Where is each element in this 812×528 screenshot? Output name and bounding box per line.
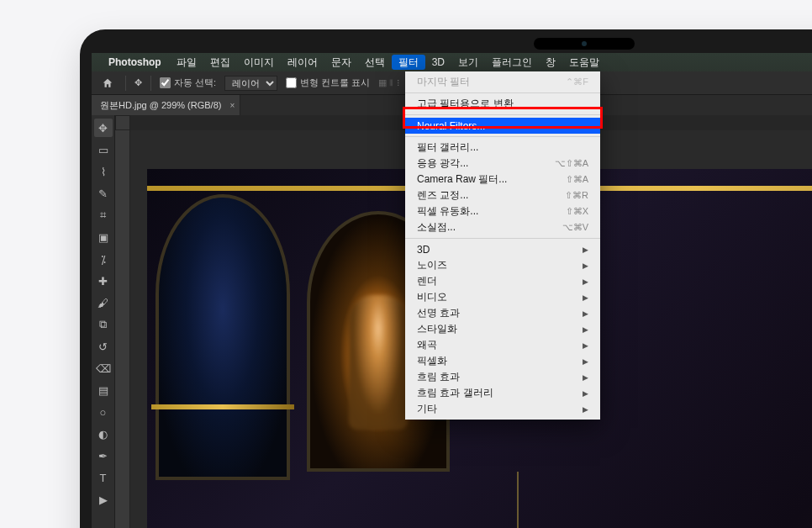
app-name[interactable]: Photoshop [108, 56, 161, 68]
menu-item[interactable]: 기타▶ [405, 401, 600, 417]
history-brush-tool[interactable]: ↺ [94, 337, 113, 356]
menu-item[interactable]: 필터 갤러리... [405, 140, 600, 156]
submenu-arrow-icon: ▶ [583, 277, 588, 286]
document-tab-title: 원본HD.jpg @ 299% (RGB/8) [100, 99, 221, 112]
menu-item[interactable]: 소실점...⌥⌘V [405, 219, 600, 235]
pen-tool[interactable]: ✒ [94, 446, 113, 465]
menu-item-label: 왜곡 [417, 338, 437, 352]
type-tool[interactable]: T [94, 468, 113, 487]
menu-item[interactable]: 렌더▶ [405, 273, 600, 289]
menu-보기[interactable]: 보기 [451, 55, 485, 70]
menu-item-label: 픽셀화 [417, 354, 447, 368]
auto-select-checkbox[interactable]: 자동 선택: [160, 77, 216, 89]
lasso-tool[interactable]: ⌇ [94, 162, 113, 181]
heal-tool[interactable]: ✚ [94, 272, 113, 290]
menu-item-label: 고급 필터용으로 변환 [417, 97, 514, 111]
menu-item[interactable]: 흐림 효과▶ [405, 369, 600, 385]
menu-편집[interactable]: 편집 [203, 55, 237, 70]
menu-item[interactable]: 응용 광각...⌥⇧⌘A [405, 156, 600, 172]
menu-separator [405, 136, 600, 137]
laptop-frame: Photoshop 파일편집이미지레이어문자선택필터3D보기플러그인창도움말 ⌘… [80, 29, 812, 528]
frame-tool[interactable]: ▣ [94, 228, 113, 246]
menu-필터[interactable]: 필터 [392, 55, 425, 70]
submenu-arrow-icon: ▶ [583, 293, 588, 302]
ruler-vertical[interactable] [115, 130, 130, 528]
menu-item-label: 필터 갤러리... [417, 140, 478, 155]
menu-item-label: 흐림 효과 [417, 370, 460, 384]
submenu-arrow-icon: ▶ [583, 373, 588, 382]
close-icon[interactable]: × [230, 101, 235, 110]
path-select-tool[interactable]: ▶ [94, 490, 113, 509]
submenu-arrow-icon: ▶ [583, 389, 588, 398]
menu-item-label: 마지막 필터 [417, 75, 470, 89]
menu-item[interactable]: Camera Raw 필터...⇧⌘A [405, 172, 600, 187]
menu-item-label: 기타 [417, 402, 437, 416]
menu-item-label: 노이즈 [417, 258, 447, 272]
menu-item[interactable]: 렌즈 교정...⇧⌘R [405, 187, 600, 203]
crop-tool[interactable]: ⌗ [94, 206, 113, 224]
menu-3D[interactable]: 3D [425, 55, 451, 70]
menu-item[interactable]: Neural Filters... [405, 118, 600, 134]
menu-item-shortcut: ⌃⌘F [566, 77, 588, 87]
menu-separator [405, 92, 600, 93]
menu-item-label: 렌더 [417, 274, 437, 288]
menubar: Photoshop 파일편집이미지레이어문자선택필터3D보기플러그인창도움말 ⌘… [92, 53, 812, 71]
menu-item-label: 흐림 효과 갤러리 [417, 386, 493, 400]
menu-item[interactable]: 비디오▶ [405, 289, 600, 305]
menu-item-label: 스타일화 [417, 322, 457, 336]
eraser-tool[interactable]: ⌫ [94, 359, 113, 378]
menu-item[interactable]: 흐림 효과 갤러리▶ [405, 385, 600, 401]
screen: Photoshop 파일편집이미지레이어문자선택필터3D보기플러그인창도움말 ⌘… [92, 53, 812, 528]
brush-tool[interactable]: 🖌 [94, 293, 113, 312]
transform-controls-checkbox[interactable]: 변형 컨트롤 표시 [286, 77, 370, 89]
submenu-arrow-icon: ▶ [583, 325, 588, 334]
menu-선택[interactable]: 선택 [358, 55, 392, 70]
menu-item[interactable]: 스타일화▶ [405, 321, 600, 337]
ruler-corner [115, 115, 130, 130]
laptop-notch [534, 38, 635, 50]
menu-item-label: 렌즈 교정... [417, 188, 468, 203]
align-icons-disabled: ▦ ⫴ ⫶ [378, 77, 401, 88]
document-tab[interactable]: 원본HD.jpg @ 299% (RGB/8) × [92, 95, 240, 115]
menu-item[interactable]: 3D▶ [405, 241, 600, 257]
quick-select-tool[interactable]: ✎ [94, 184, 113, 203]
filter-menu-dropdown: 마지막 필터⌃⌘F고급 필터용으로 변환Neural Filters...필터 … [405, 71, 600, 420]
separator [125, 76, 126, 91]
dodge-tool[interactable]: ◐ [94, 425, 113, 443]
submenu-arrow-icon: ▶ [583, 405, 588, 414]
menu-separator [405, 114, 600, 115]
menu-item-label: 소실점... [417, 220, 456, 235]
menu-item-shortcut: ⌥⌘V [562, 222, 588, 233]
menu-item[interactable]: 고급 필터용으로 변환 [405, 96, 600, 112]
tools-panel: ✥▭⌇✎⌗▣⁒✚🖌⧉↺⌫▤○◐✒T▶ [92, 115, 115, 528]
gradient-tool[interactable]: ▤ [94, 381, 113, 399]
menu-item-label: 응용 광각... [417, 156, 468, 171]
menu-이미지[interactable]: 이미지 [237, 55, 281, 70]
blur-tool[interactable]: ○ [94, 403, 113, 421]
menu-item-label: 픽셀 유동화... [417, 204, 478, 219]
menu-item[interactable]: 선명 효과▶ [405, 305, 600, 321]
submenu-arrow-icon: ▶ [583, 261, 588, 270]
stamp-tool[interactable]: ⧉ [94, 315, 113, 334]
eyedropper-tool[interactable]: ⁒ [94, 250, 113, 268]
menu-separator [405, 238, 600, 239]
menu-item[interactable]: 픽셀 유동화...⇧⌘X [405, 203, 600, 219]
menu-레이어[interactable]: 레이어 [281, 55, 324, 70]
home-button[interactable] [98, 74, 117, 92]
auto-select-dropdown[interactable]: 레이어 [224, 76, 277, 91]
submenu-arrow-icon: ▶ [583, 357, 588, 366]
menu-item-label: Neural Filters... [417, 120, 485, 132]
menu-item[interactable]: 노이즈▶ [405, 257, 600, 273]
move-tool-icon[interactable]: ✥ [134, 77, 142, 88]
menu-item-shortcut: ⌥⇧⌘A [555, 158, 588, 169]
marquee-tool[interactable]: ▭ [94, 140, 113, 159]
menu-파일[interactable]: 파일 [170, 55, 203, 70]
menu-item[interactable]: 왜곡▶ [405, 337, 600, 353]
move-tool[interactable]: ✥ [94, 119, 113, 137]
menu-문자[interactable]: 문자 [324, 55, 358, 70]
menu-도움말[interactable]: 도움말 [562, 55, 606, 70]
menu-창[interactable]: 창 [539, 55, 562, 70]
menu-플러그인[interactable]: 플러그인 [485, 55, 539, 70]
submenu-arrow-icon: ▶ [583, 309, 588, 318]
menu-item[interactable]: 픽셀화▶ [405, 353, 600, 369]
